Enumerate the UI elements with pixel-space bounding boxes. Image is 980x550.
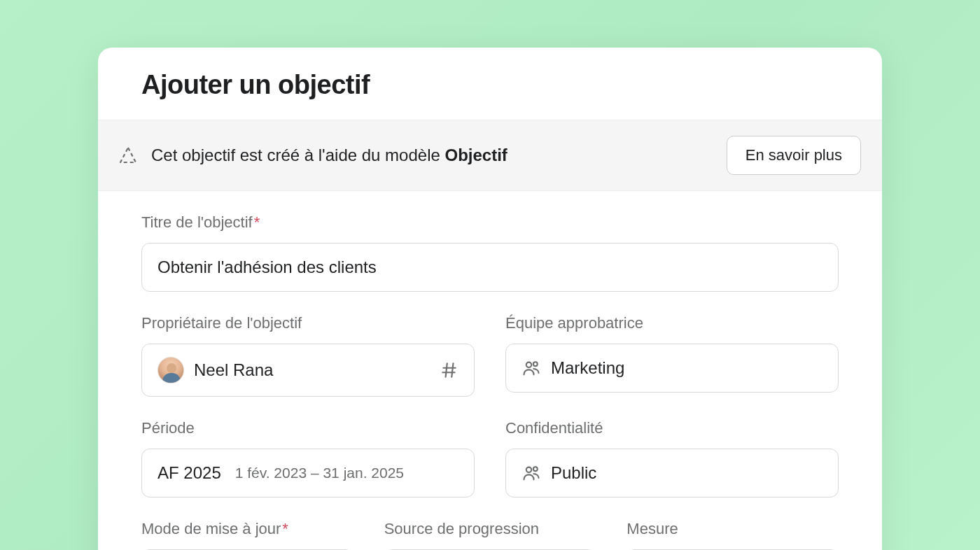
input-owner[interactable]: Neel Rana	[141, 344, 475, 397]
svg-point-1	[533, 362, 538, 366]
input-title[interactable]: Obtenir l'adhésion des clients	[141, 243, 839, 292]
field-period: Période AF 2025 1 fév. 2023 – 31 jan. 20…	[141, 419, 475, 498]
field-update-mode: Mode de mise à jour* Automatique	[141, 520, 354, 550]
input-confidentiality[interactable]: Public	[505, 449, 839, 498]
owner-value: Neel Rana	[194, 360, 273, 380]
label-title: Titre de l'objectif*	[141, 213, 839, 232]
field-title: Titre de l'objectif* Obtenir l'adhésion …	[141, 213, 839, 292]
field-confidentiality: Confidentialité Public	[505, 419, 839, 498]
approving-team-value: Marketing	[551, 358, 624, 378]
field-progress-source: Source de progression Sous-objectifs	[384, 520, 596, 550]
modal-title: Ajouter un objectif	[141, 70, 840, 100]
row-owner-team: Propriétaire de l'objectif Neel Rana Équ…	[141, 314, 839, 397]
triangle-dashed-icon	[118, 145, 139, 166]
label-confidentiality: Confidentialité	[505, 419, 839, 437]
label-approving-team: Équipe approbatrice	[505, 314, 839, 332]
avatar	[158, 357, 184, 383]
svg-point-3	[533, 467, 538, 471]
modal-header: Ajouter un objectif	[98, 48, 882, 120]
form-body: Titre de l'objectif* Obtenir l'adhésion …	[98, 191, 882, 550]
svg-point-0	[526, 362, 531, 367]
template-info-bar: Cet objectif est créé à l'aide du modèle…	[98, 120, 882, 191]
confidentiality-value: Public	[551, 463, 596, 483]
period-range: 1 fév. 2023 – 31 jan. 2025	[235, 465, 404, 481]
people-icon	[522, 358, 541, 378]
field-approving-team: Équipe approbatrice Marketing	[505, 314, 839, 397]
field-owner: Propriétaire de l'objectif Neel Rana	[141, 314, 475, 397]
label-update-mode: Mode de mise à jour*	[141, 520, 354, 538]
label-progress-source: Source de progression	[384, 520, 596, 538]
input-period[interactable]: AF 2025 1 fév. 2023 – 31 jan. 2025	[141, 449, 475, 498]
hash-icon	[440, 361, 458, 379]
svg-point-2	[526, 467, 531, 472]
label-owner: Propriétaire de l'objectif	[141, 314, 475, 332]
add-objective-modal: Ajouter un objectif Cet objectif est cré…	[98, 48, 882, 550]
field-measure: Mesure Pourcentage	[626, 520, 839, 550]
row-update-source-measure: Mode de mise à jour* Automatique	[141, 520, 839, 550]
period-value: AF 2025	[158, 463, 221, 483]
row-title: Titre de l'objectif* Obtenir l'adhésion …	[141, 213, 839, 292]
label-period: Période	[141, 419, 475, 437]
learn-more-button[interactable]: En savoir plus	[727, 136, 861, 175]
input-approving-team[interactable]: Marketing	[505, 344, 839, 393]
title-value: Obtenir l'adhésion des clients	[158, 258, 377, 277]
label-measure: Mesure	[626, 520, 839, 538]
template-info-text: Cet objectif est créé à l'aide du modèle…	[151, 146, 507, 165]
people-icon	[522, 463, 541, 483]
row-period-confidentiality: Période AF 2025 1 fév. 2023 – 31 jan. 20…	[141, 419, 839, 498]
info-bar-left: Cet objectif est créé à l'aide du modèle…	[118, 145, 507, 166]
